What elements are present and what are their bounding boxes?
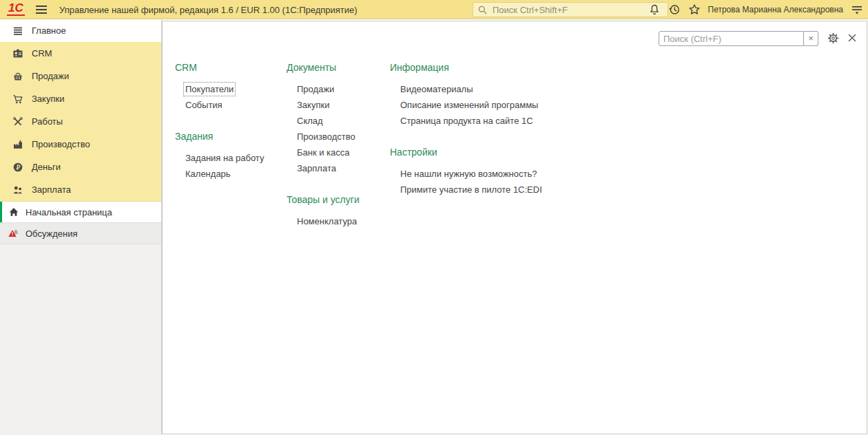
main-menu-icon[interactable] — [36, 6, 47, 14]
sidebar-item-works[interactable]: Работы — [0, 110, 161, 133]
sidebar-item-start-page[interactable]: Начальная страница — [0, 202, 161, 223]
user-name[interactable]: Петрова Марианна Александровна — [708, 5, 844, 14]
favorites-star-icon[interactable] — [688, 3, 701, 16]
section-dokumenty: Документы Продажи Закупки Склад Производ… — [287, 62, 390, 176]
global-search[interactable] — [473, 2, 668, 17]
section-informatsiya: Информация Видеоматериалы Описание измен… — [390, 62, 542, 129]
active-indicator — [0, 202, 2, 222]
sidebar-item-label: Главное — [32, 25, 66, 36]
notifications-bell-icon[interactable] — [648, 3, 661, 16]
sidebar: Главное CRM Продажи Закупки Работы Произ… — [0, 19, 162, 435]
sidebar-item-main[interactable]: Главное — [0, 19, 161, 42]
link-pilot-1c-edi[interactable]: Примите участие в пилоте 1C:EDI — [400, 182, 542, 198]
link-zarplata[interactable]: Зарплата — [297, 160, 390, 176]
crm-badge-icon — [12, 48, 23, 59]
section-title-nastroyki: Настройки — [390, 147, 542, 158]
sidebar-item-label: CRM — [32, 48, 52, 59]
works-tools-icon — [12, 116, 23, 127]
window-title: Управление нашей фирмой, редакция 1.6 / … — [59, 5, 358, 15]
content-search-input[interactable] — [659, 31, 804, 46]
sections-list-icon — [12, 25, 23, 36]
sidebar-item-crm[interactable]: CRM — [0, 42, 161, 65]
section-title-tovary-i-uslugi: Товары и услуги — [287, 194, 390, 205]
link-zadaniya-na-rabotu[interactable]: Задания на работу — [185, 150, 287, 166]
topbar: 1С Управление нашей фирмой, редакция 1.6… — [0, 0, 868, 19]
sidebar-item-label: Деньги — [32, 162, 61, 172]
production-factory-icon — [12, 139, 23, 150]
sidebar-item-discussions[interactable]: Обсуждения — [0, 223, 161, 244]
link-videomaterialy[interactable]: Видеоматериалы — [400, 81, 542, 97]
section-title-crm: CRM — [175, 62, 287, 73]
content-search: × — [659, 31, 818, 46]
link-sobytiya[interactable]: События — [185, 97, 287, 113]
section-tovary-i-uslugi: Товары и услуги Номенклатура — [287, 194, 390, 229]
sidebar-item-production[interactable]: Производство — [0, 133, 161, 156]
section-crm: CRM Покупатели События — [175, 62, 287, 113]
link-kalendar[interactable]: Календарь — [185, 166, 287, 182]
link-opisanie-izmeneniy[interactable]: Описание изменений программы — [400, 97, 542, 113]
start-page-panel: × CRM Покупатели События Задания Задания… — [162, 21, 867, 434]
link-bank-i-kassa[interactable]: Банк и касса — [297, 145, 390, 160]
section-zadaniya: Задания Задания на работу Календарь — [175, 131, 287, 182]
sidebar-item-label: Начальная страница — [25, 207, 112, 218]
sidebar-item-label: Производство — [32, 139, 90, 149]
history-clock-icon[interactable] — [668, 3, 681, 16]
search-icon — [477, 5, 488, 15]
command-columns: CRM Покупатели События Задания Задания н… — [175, 62, 542, 247]
sidebar-item-sales[interactable]: Продажи — [0, 65, 161, 87]
1c-logo[interactable]: 1С — [7, 2, 25, 16]
sidebar-item-purchases[interactable]: Закупки — [0, 87, 161, 110]
link-zakupki[interactable]: Закупки — [297, 97, 390, 113]
link-sklad[interactable]: Склад — [297, 113, 390, 129]
section-title-zadaniya: Задания — [175, 131, 287, 142]
search-clear-button[interactable]: × — [804, 31, 818, 46]
sidebar-item-salary[interactable]: Зарплата — [0, 178, 161, 201]
service-menu-icon[interactable] — [851, 5, 863, 14]
sidebar-subsystems: CRM Продажи Закупки Работы Производство … — [0, 42, 161, 202]
section-title-dokumenty: Документы — [287, 62, 390, 73]
link-ne-nashli-vozmozhnost[interactable]: Не нашли нужную возможность? — [400, 166, 542, 182]
money-ruble-icon — [12, 162, 23, 173]
link-stranitsa-produkta[interactable]: Страница продукта на сайте 1С — [400, 113, 542, 129]
sidebar-item-label: Зарплата — [32, 184, 71, 195]
close-icon[interactable] — [847, 33, 857, 43]
purchases-cart-icon — [12, 94, 23, 105]
salary-people-icon — [12, 184, 23, 195]
link-pokupateli[interactable]: Покупатели — [185, 84, 234, 94]
link-proizvodstvo[interactable]: Производство — [297, 129, 390, 145]
column-2: Документы Продажи Закупки Склад Производ… — [287, 62, 390, 247]
section-title-informatsiya: Информация — [390, 62, 542, 73]
link-nomenklatura[interactable]: Номенклатура — [297, 213, 390, 229]
link-prodazhi[interactable]: Продажи — [297, 81, 390, 97]
column-3: Информация Видеоматериалы Описание измен… — [390, 62, 542, 247]
sales-basket-icon — [12, 71, 23, 82]
sidebar-item-label: Обсуждения — [25, 229, 78, 239]
column-1: CRM Покупатели События Задания Задания н… — [175, 62, 287, 247]
sidebar-item-label: Продажи — [32, 71, 69, 81]
topbar-right-icons: Петрова Марианна Александровна — [648, 0, 867, 19]
sidebar-item-money[interactable]: Деньги — [0, 156, 161, 178]
settings-gear-icon[interactable] — [827, 32, 839, 44]
global-search-input[interactable] — [491, 4, 663, 16]
sidebar-item-label: Работы — [32, 116, 63, 127]
sidebar-item-label: Закупки — [32, 94, 64, 104]
section-nastroyki: Настройки Не нашли нужную возможность? П… — [390, 147, 542, 198]
discussions-alert-icon — [8, 228, 19, 239]
home-icon — [8, 206, 19, 218]
